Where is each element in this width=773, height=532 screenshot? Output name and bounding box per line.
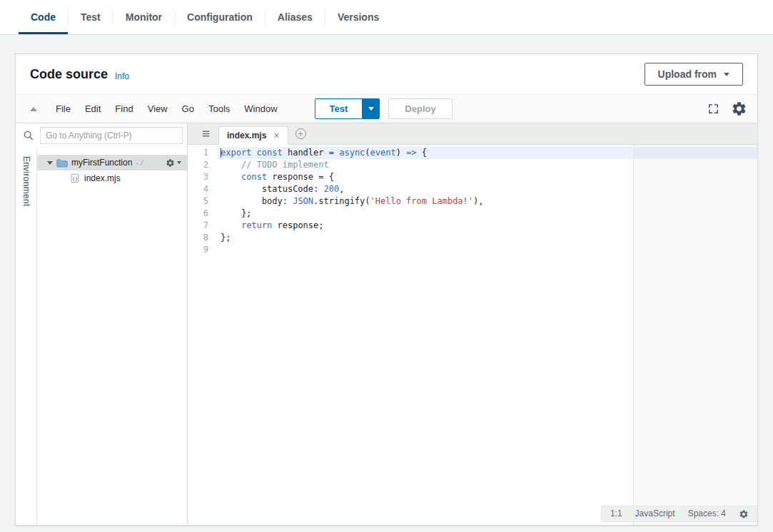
tab-aliases-label: Aliases — [278, 11, 313, 23]
menu-edit[interactable]: Edit — [78, 100, 108, 118]
menu-window[interactable]: Window — [237, 100, 284, 118]
language-mode[interactable]: JavaScript — [635, 508, 675, 520]
test-dropdown-button[interactable] — [363, 98, 380, 119]
test-button[interactable]: Test — [315, 98, 363, 119]
menu-tools[interactable]: Tools — [201, 100, 237, 118]
js-file-icon — [70, 173, 80, 183]
environment-panel-tab[interactable]: Environment — [21, 156, 31, 525]
editor-toolbar: File Edit Find View Go Tools Window Test… — [16, 94, 757, 123]
menu-find[interactable]: Find — [108, 100, 140, 118]
tab-monitor[interactable]: Monitor — [113, 0, 174, 34]
line-number-gutter: 123456789 — [188, 147, 218, 256]
file-tree: myFirstFunction - / index.mjs — [37, 148, 187, 525]
tab-configuration-label: Configuration — [187, 11, 253, 23]
caret-down-icon — [177, 161, 181, 164]
collapse-panel-icon[interactable] — [30, 107, 37, 111]
indent-setting[interactable]: Spaces: 4 — [688, 508, 726, 520]
test-split-button: Test — [315, 98, 380, 119]
goto-anything-row — [16, 123, 187, 148]
code-line[interactable]: body: JSON.stringify('Hello from Lambda!… — [218, 195, 757, 208]
file-explorer: Environment myFirstFunction - / — [16, 123, 188, 525]
file-name: index.mjs — [84, 173, 121, 183]
tab-test-label: Test — [81, 11, 101, 23]
code-line[interactable]: }; — [218, 208, 757, 220]
fullscreen-icon[interactable] — [707, 103, 719, 115]
upload-from-button[interactable]: Upload from — [645, 63, 743, 86]
cursor-position: 1:1 — [610, 508, 622, 520]
editor-workspace: Environment myFirstFunction - / — [16, 123, 757, 525]
folder-path-hint: - / — [136, 158, 143, 167]
gear-icon — [166, 158, 175, 168]
tab-list-icon[interactable] — [201, 128, 211, 139]
tab-code-label: Code — [31, 11, 56, 23]
new-tab-button[interactable]: + — [295, 128, 306, 139]
code-line[interactable]: statusCode: 200, — [218, 183, 757, 195]
folder-name: myFirstFunction — [71, 158, 132, 168]
code-editor-pane: index.mjs × + 123456789 export const han… — [188, 123, 757, 525]
menu-file[interactable]: File — [49, 100, 78, 118]
status-settings-gear-icon[interactable] — [739, 509, 749, 519]
code-lines: export const handler = async(event) => {… — [218, 147, 757, 256]
editor-tab-label: index.mjs — [227, 131, 266, 140]
tab-versions-label: Versions — [338, 11, 379, 23]
upload-from-label: Upload from — [658, 68, 717, 80]
tab-test[interactable]: Test — [69, 0, 113, 34]
tree-folder-row[interactable]: myFirstFunction - / — [37, 155, 187, 170]
toolbar-right-icons — [707, 101, 747, 117]
code-line[interactable]: // TODO implement — [218, 159, 757, 171]
code-line[interactable]: return response; — [218, 220, 757, 232]
close-tab-icon[interactable]: × — [273, 131, 279, 140]
tree-settings-button[interactable] — [166, 158, 181, 168]
go-to-anything-input[interactable] — [40, 127, 183, 144]
search-icon — [23, 130, 34, 141]
tab-versions[interactable]: Versions — [325, 0, 391, 34]
deploy-button[interactable]: Deploy — [388, 98, 452, 119]
code-line[interactable]: }; — [218, 232, 757, 244]
folder-icon — [56, 158, 68, 168]
code-line[interactable]: export const handler = async(event) => { — [218, 147, 757, 159]
editor-tab-bar: index.mjs × + — [188, 123, 757, 145]
explorer-body: Environment myFirstFunction - / — [16, 148, 187, 525]
tree-expand-caret-icon[interactable] — [47, 161, 53, 165]
tab-configuration[interactable]: Configuration — [175, 0, 265, 34]
caret-down-icon — [724, 73, 729, 76]
tab-monitor-label: Monitor — [126, 11, 162, 23]
editor-tab-indexmjs[interactable]: index.mjs × — [218, 126, 288, 145]
page-title: Code source — [30, 67, 108, 82]
code-source-panel: Code source Info Upload from File Edit F… — [15, 53, 758, 526]
side-panel-tabstrip: Environment — [16, 148, 37, 525]
caret-down-icon — [368, 107, 374, 111]
editor-status-bar: 1:1 JavaScript Spaces: 4 — [601, 506, 757, 522]
editor-preferences-gear-icon[interactable] — [731, 101, 747, 117]
code-editor[interactable]: 123456789 export const handler = async(e… — [188, 145, 757, 525]
menu-view[interactable]: View — [141, 100, 175, 118]
info-link[interactable]: Info — [115, 71, 129, 81]
tab-code[interactable]: Code — [19, 0, 68, 34]
code-line[interactable] — [218, 244, 757, 256]
tab-aliases[interactable]: Aliases — [266, 0, 325, 34]
tree-file-row[interactable]: index.mjs — [37, 170, 187, 186]
code-line[interactable]: const response = { — [218, 171, 757, 183]
function-nav-tabs: Code Test Monitor Configuration Aliases … — [0, 0, 773, 35]
code-source-header: Code source Info Upload from — [16, 54, 757, 94]
menu-go[interactable]: Go — [175, 100, 201, 118]
